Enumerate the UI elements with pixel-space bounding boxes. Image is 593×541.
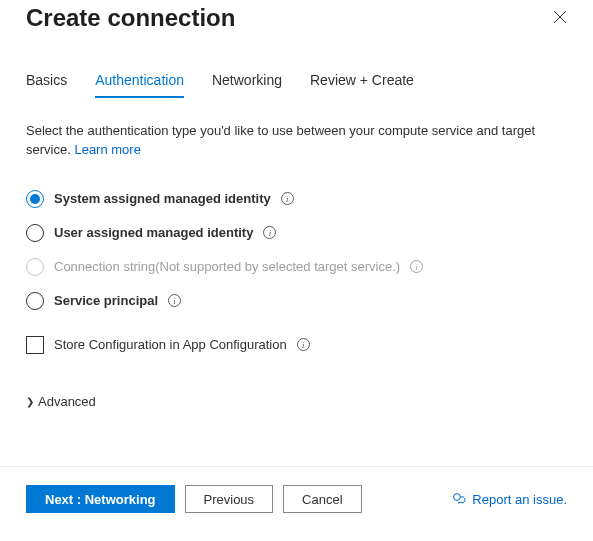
- auth-option-note: (Not supported by selected target servic…: [155, 259, 400, 274]
- page-title: Create connection: [26, 4, 235, 32]
- advanced-toggle[interactable]: ❯ Advanced: [26, 394, 96, 409]
- tab-basics[interactable]: Basics: [26, 66, 67, 98]
- store-config-label: Store Configuration in App Configuration: [54, 337, 287, 352]
- footer: Next : Networking Previous Cancel Report…: [0, 466, 593, 513]
- next-button[interactable]: Next : Networking: [26, 485, 175, 513]
- auth-options: System assigned managed identity i User …: [26, 190, 567, 310]
- info-icon[interactable]: i: [297, 338, 310, 351]
- auth-option-system-identity[interactable]: System assigned managed identity i: [26, 190, 567, 208]
- radio-icon[interactable]: [26, 190, 44, 208]
- description: Select the authentication type you'd lik…: [26, 122, 567, 160]
- auth-option-label: Service principal: [54, 293, 158, 308]
- feedback-icon: [452, 492, 466, 506]
- auth-option-label-text: Connection string: [54, 259, 155, 274]
- report-issue-link[interactable]: Report an issue.: [452, 492, 567, 507]
- cancel-button[interactable]: Cancel: [283, 485, 361, 513]
- auth-option-service-principal[interactable]: Service principal i: [26, 292, 567, 310]
- info-icon[interactable]: i: [410, 260, 423, 273]
- info-icon[interactable]: i: [263, 226, 276, 239]
- info-icon[interactable]: i: [281, 192, 294, 205]
- close-icon: [553, 10, 567, 24]
- checkbox[interactable]: [26, 336, 44, 354]
- radio-icon[interactable]: [26, 292, 44, 310]
- radio-icon: [26, 258, 44, 276]
- auth-option-user-identity[interactable]: User assigned managed identity i: [26, 224, 567, 242]
- previous-button[interactable]: Previous: [185, 485, 274, 513]
- info-icon[interactable]: i: [168, 294, 181, 307]
- auth-option-connection-string: Connection string(Not supported by selec…: [26, 258, 567, 276]
- radio-icon[interactable]: [26, 224, 44, 242]
- tab-authentication[interactable]: Authentication: [95, 66, 184, 98]
- auth-option-label: System assigned managed identity: [54, 191, 271, 206]
- learn-more-link[interactable]: Learn more: [74, 142, 140, 157]
- tab-review-create[interactable]: Review + Create: [310, 66, 414, 98]
- report-issue-label: Report an issue.: [472, 492, 567, 507]
- close-button[interactable]: [549, 6, 571, 28]
- svg-point-0: [454, 494, 461, 501]
- tab-networking[interactable]: Networking: [212, 66, 282, 98]
- auth-option-label: Connection string(Not supported by selec…: [54, 259, 400, 274]
- store-config-row[interactable]: Store Configuration in App Configuration…: [26, 336, 567, 354]
- chevron-right-icon: ❯: [26, 396, 34, 407]
- auth-option-label: User assigned managed identity: [54, 225, 253, 240]
- advanced-label: Advanced: [38, 394, 96, 409]
- tabs: Basics Authentication Networking Review …: [26, 66, 567, 98]
